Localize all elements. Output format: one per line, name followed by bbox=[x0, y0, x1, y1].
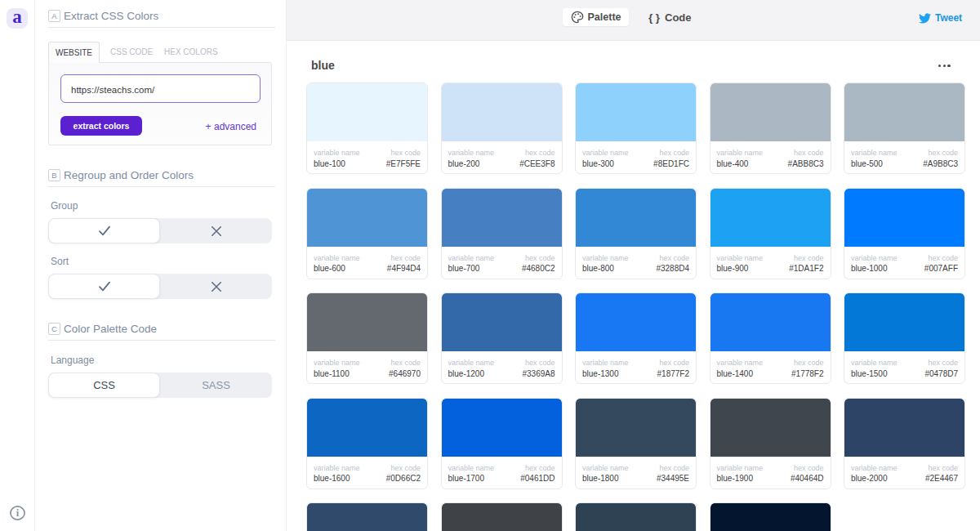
svg-text:i: i bbox=[16, 507, 20, 519]
